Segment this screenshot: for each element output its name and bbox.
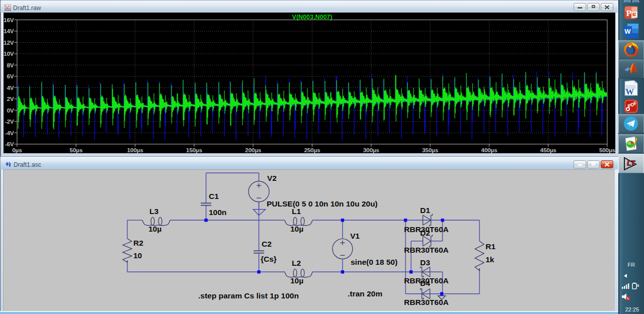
svg-text:50µs: 50µs [69,147,83,153]
svg-text:500µs: 500µs [599,147,615,153]
svg-text:8V: 8V [7,61,14,68]
svg-text:P: P [626,8,631,18]
svg-text:V(N003,N007): V(N003,N007) [292,14,332,21]
svg-text:350µs: 350µs [422,147,438,153]
svg-text:250µs: 250µs [304,147,320,153]
svg-text:14V: 14V [4,28,14,35]
svg-text:400µs: 400µs [481,147,498,153]
svg-text:200µs: 200µs [245,147,262,153]
svg-text:4V: 4V [7,84,14,91]
svg-text:10V: 10V [4,50,14,57]
svg-text:100µs: 100µs [127,147,143,153]
svg-text:2V: 2V [7,95,14,102]
svg-text:16V: 16V [4,16,14,23]
svg-text:W: W [625,87,634,96]
svg-text:450µs: 450µs [540,147,556,153]
svg-text:W: W [624,28,631,35]
svg-text:0V: 0V [7,107,14,114]
svg-text:-2V: -2V [5,118,14,125]
svg-text:LT: LT [626,158,635,166]
svg-text:150µs: 150µs [186,147,202,153]
svg-text:0µs: 0µs [12,147,22,153]
svg-text:6V: 6V [7,73,14,80]
svg-text:300µs: 300µs [363,147,379,153]
svg-text:-4V: -4V [5,129,14,136]
svg-text:12V: 12V [4,39,14,46]
